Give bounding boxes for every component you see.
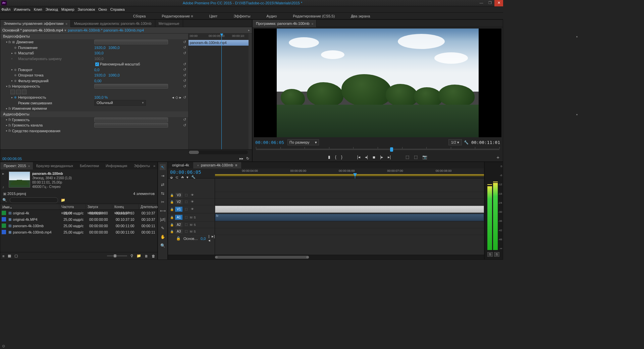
thumb-size-slider[interactable]: [107, 255, 127, 256]
eye-icon[interactable]: 👁: [190, 200, 195, 204]
slip-tool-icon[interactable]: |⇄|: [160, 216, 166, 222]
close-tab-icon[interactable]: ×: [197, 164, 199, 167]
button-editor-icon[interactable]: +: [496, 154, 499, 160]
reset-icon[interactable]: ↺: [183, 73, 186, 78]
chevron-down-icon[interactable]: ▾: [64, 28, 66, 33]
toggle-output-icon[interactable]: ⬚: [184, 230, 189, 234]
prop-flicker[interactable]: ▸⊕Фильтр мерцаний 0,00 ↺: [0, 78, 188, 84]
reset-icon[interactable]: ↺: [183, 84, 186, 89]
mute-icon[interactable]: M: [190, 230, 193, 233]
menu-edit[interactable]: Изменить: [14, 7, 31, 11]
timeline-timecode[interactable]: 00:00:06:05: [170, 169, 213, 175]
panel-menu-icon[interactable]: ≡: [65, 22, 67, 26]
label-color-swatch[interactable]: [2, 223, 6, 228]
razor-tool-icon[interactable]: ⟷: [160, 208, 166, 214]
track-a3[interactable]: 🔒A3⬚MS: [168, 228, 215, 235]
toggle-output-icon[interactable]: ⬚: [184, 207, 189, 211]
tab-media-browser[interactable]: Браузер медиаданных: [33, 162, 76, 169]
eye-icon[interactable]: 👁: [190, 193, 195, 197]
delete-icon[interactable]: 🗑: [152, 254, 155, 258]
play-icon[interactable]: ■: [373, 155, 375, 160]
track-a1[interactable]: 🔒A1⬚MS: [168, 213, 215, 221]
thumb-prev-icon[interactable]: ▸: [2, 171, 7, 176]
panel-menu-icon[interactable]: ≡: [235, 163, 237, 167]
tab-effects[interactable]: Эффекты: [130, 162, 153, 169]
prop-scale[interactable]: ▸⊕Масштаб 100,0 ↺: [0, 50, 188, 56]
maximize-button[interactable]: ❐: [486, 0, 494, 6]
reset-icon[interactable]: ↺: [183, 62, 186, 66]
program-monitor[interactable]: [254, 29, 501, 137]
goto-in-icon[interactable]: |◂: [357, 155, 360, 159]
solo-icon[interactable]: S: [194, 230, 196, 233]
settings-icon[interactable]: 🔧: [464, 140, 469, 145]
ec-hscroll[interactable]: [188, 150, 248, 154]
ec-source-sequence[interactable]: panoram-4k-100mb: [68, 28, 100, 32]
kf-add-icon[interactable]: ◇: [175, 95, 178, 100]
timeline-hscroll[interactable]: [168, 255, 484, 259]
tab-metadata[interactable]: Метаданные: [155, 20, 183, 27]
track-select-tool-icon[interactable]: ⇥: [160, 173, 166, 179]
hand-tool-icon[interactable]: ✋: [160, 234, 166, 240]
rate-stretch-tool-icon[interactable]: ✂: [160, 199, 166, 205]
ec-mini-timeline[interactable]: :00:00 00:00:05:00 00:00:10: panoram-4k-…: [188, 34, 249, 149]
label-color-swatch[interactable]: [2, 211, 6, 215]
reset-icon[interactable]: ↺: [183, 117, 186, 122]
minimize-button[interactable]: —: [477, 0, 486, 6]
new-item-icon[interactable]: 🗎: [145, 254, 148, 258]
export-frame-icon[interactable]: 📷: [422, 155, 427, 159]
toggle-output-icon[interactable]: ⬚: [184, 193, 189, 197]
checkbox-checked-icon[interactable]: ✓: [95, 62, 99, 66]
kf-prev-icon[interactable]: ◂: [172, 95, 174, 100]
tab-effect-controls[interactable]: Элементы управления эффектами≡: [0, 20, 71, 27]
program-playhead[interactable]: [390, 147, 393, 152]
timeline-tab-1[interactable]: original-4k: [168, 162, 193, 168]
label-color-swatch[interactable]: [2, 230, 6, 234]
menu-window[interactable]: Окно: [98, 7, 107, 11]
effect-time-remap[interactable]: ▸fxИзменение времени: [0, 106, 188, 111]
workspace-editing[interactable]: Редактирование ≡: [162, 14, 193, 18]
workspace-cs55[interactable]: Редактирование (CS5.5): [293, 14, 335, 18]
menu-file[interactable]: Файл: [1, 7, 10, 11]
menu-title[interactable]: Заголовок: [78, 7, 95, 11]
prop-anchor[interactable]: ⊕Опорная точка 1920,0 1080,0 ↺: [0, 72, 188, 78]
selection-tool-icon[interactable]: ↖: [160, 164, 166, 170]
workspace-effects[interactable]: Эффекты: [233, 14, 250, 18]
freeform-view-icon[interactable]: ▢: [14, 254, 18, 258]
ec-timeline-toggle-icon[interactable]: ▸: [248, 29, 250, 32]
ec-play-icon[interactable]: ▸▸: [239, 156, 244, 161]
workspace-color[interactable]: Цвет: [209, 14, 218, 18]
track-a2[interactable]: 🔒A2⬚MS: [168, 221, 215, 228]
panel-menu-icon[interactable]: ≡: [28, 164, 30, 168]
step-forward-icon[interactable]: |▸: [380, 155, 383, 159]
workspace-overflow-icon[interactable]: »: [352, 14, 354, 18]
tab-overflow-icon[interactable]: »: [153, 164, 155, 168]
workspace-menu-icon[interactable]: ≡: [191, 14, 193, 18]
reset-icon[interactable]: ↺: [183, 51, 186, 55]
lift-icon[interactable]: ⬚: [406, 155, 409, 159]
tab-program[interactable]: Программа: panoram-4k-100mb≡: [253, 20, 317, 27]
mute-icon[interactable]: M: [190, 223, 193, 227]
project-item[interactable]: ▦original-4k.MP425,00 кадр/с00:00:00:000…: [0, 216, 157, 222]
solo-right-button[interactable]: S: [494, 252, 499, 257]
timeline-content[interactable]: fxpanoram-4k-100mb.mp4 [В] fx: [215, 179, 484, 255]
tab-project[interactable]: Проект: 2015≡: [0, 162, 33, 169]
new-bin-icon[interactable]: 📁: [61, 198, 65, 202]
prop-blend-mode[interactable]: Режим смешивания Обычный▼: [0, 100, 188, 106]
reset-icon[interactable]: ↺: [183, 123, 186, 128]
search-icon[interactable]: 🔍: [2, 198, 7, 202]
prop-uniform-scale[interactable]: ✓ Равномерный масштаб ↺: [0, 61, 188, 67]
close-button[interactable]: ✕: [494, 0, 503, 6]
thumb-audio-icon[interactable]: ♪: [2, 185, 7, 189]
timeline-audio-clip[interactable]: fx: [215, 214, 484, 221]
effect-opacity[interactable]: ▾fxНепрозрачность ↺: [0, 84, 188, 89]
prop-opacity-value[interactable]: ▸⊕Непрозрачность 100,0 % ◂◇▸ ↺: [0, 95, 188, 100]
solo-left-button[interactable]: S: [487, 252, 493, 257]
menu-marker[interactable]: Маркер: [61, 7, 74, 11]
track-v2[interactable]: 🔒V2⬚👁: [168, 199, 215, 205]
tab-info[interactable]: Информация: [102, 162, 130, 169]
list-view-icon[interactable]: ≡: [2, 254, 4, 258]
prop-position[interactable]: ⊕Положение 1920,0 1080,0 ↺: [0, 45, 188, 51]
program-tc-current[interactable]: 00:00:06:05: [255, 140, 284, 145]
ripple-tool-icon[interactable]: ⇄: [160, 182, 166, 188]
program-scrubber[interactable]: [253, 146, 503, 153]
